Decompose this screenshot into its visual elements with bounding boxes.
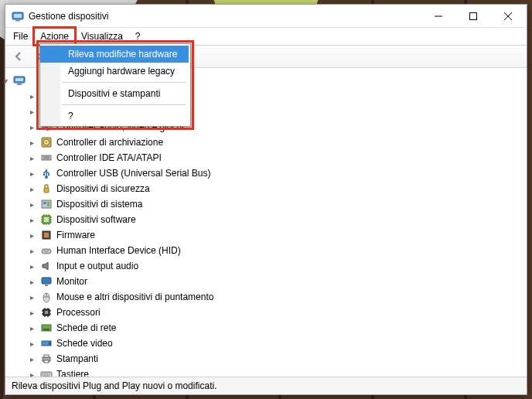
menu-separator [62, 104, 186, 105]
keyboard-icon [40, 368, 53, 377]
expand-icon[interactable]: ▸ [27, 92, 36, 101]
menu-add-legacy-hardware[interactable]: Aggiungi hardware legacy [40, 63, 189, 80]
cpu-icon [40, 306, 53, 319]
window-title: Gestione dispositivi [29, 11, 108, 22]
device-category-label: Human Interface Device (HID) [56, 245, 181, 256]
menu-scan-hardware[interactable]: Rileva modifiche hardware [40, 46, 189, 63]
device-category[interactable]: ▸Firmware [9, 227, 523, 243]
device-category-label: Controller IDE ATA/ATAPI [56, 152, 162, 163]
expand-icon[interactable]: ▸ [27, 107, 36, 116]
status-text: Rileva dispositivi Plug and Play nuovi o… [12, 380, 217, 391]
device-category[interactable]: ▸Controller IDE ATA/ATAPI [9, 150, 523, 165]
expand-icon[interactable]: ▸ [27, 154, 36, 162]
device-category-label: Dispositivi software [56, 214, 136, 225]
security-icon [40, 182, 53, 195]
device-category[interactable]: ▸Dispositivi software [9, 212, 523, 227]
menu-separator [62, 82, 186, 83]
device-category[interactable]: ▸Schede di rete [9, 320, 523, 336]
chip-icon [40, 213, 53, 226]
minimize-button[interactable] [421, 5, 455, 27]
device-category[interactable]: ▸Controller di archiviazione [9, 135, 523, 150]
maximize-button[interactable] [455, 5, 490, 27]
mouse-icon [40, 291, 53, 303]
svg-rect-5 [15, 78, 23, 81]
device-category[interactable]: ▸Tastiere [9, 367, 523, 377]
computer-icon [13, 74, 26, 87]
menu-file[interactable]: File [7, 28, 34, 45]
hid-icon [40, 244, 53, 257]
back-button[interactable] [10, 48, 27, 65]
device-category-label: Schede video [56, 338, 113, 349]
device-category-label: Firmware [56, 230, 95, 240]
device-category[interactable]: ▸Input e output audio [9, 258, 523, 274]
audio-icon [40, 260, 53, 272]
menu-help-item[interactable]: ? [40, 107, 189, 124]
expand-icon[interactable]: ▸ [27, 339, 36, 348]
device-category[interactable]: ▸Controller USB (Universal Serial Bus) [9, 165, 523, 181]
monitor-icon [40, 275, 53, 288]
expand-icon[interactable]: ▸ [27, 169, 36, 178]
menu-devices-and-printers[interactable]: Dispositivi e stampanti [40, 85, 189, 102]
statusbar: Rileva dispositivi Plug and Play nuovi o… [5, 377, 527, 394]
menu-view[interactable]: Visualizza [75, 28, 129, 45]
device-category[interactable]: ▸Monitor [9, 274, 523, 289]
device-category[interactable]: ▸Human Interface Device (HID) [9, 243, 523, 258]
expand-icon[interactable]: ▸ [27, 138, 36, 147]
net-icon [40, 322, 53, 334]
ide-icon [40, 152, 53, 164]
device-category-label: Processori [56, 307, 101, 318]
titlebar: Gestione dispositivi [5, 5, 527, 28]
expand-icon[interactable]: ▸ [27, 278, 36, 286]
device-category-label: Controller di archiviazione [56, 137, 163, 148]
device-category-label: Stampanti [56, 353, 98, 364]
device-manager-window: Gestione dispositivi File Azione Visuali… [5, 4, 527, 395]
device-category-label: Input e output audio [56, 261, 138, 271]
device-category[interactable]: ▸Dispositivi di sicurezza [9, 181, 523, 196]
expand-icon[interactable]: ▸ [27, 324, 36, 332]
device-category[interactable]: ▸Schede video [9, 336, 523, 351]
system-icon [40, 198, 53, 210]
storage-icon [40, 136, 53, 148]
expand-icon[interactable]: ▸ [27, 309, 36, 317]
device-category-label: Dispositivi di sicurezza [56, 183, 150, 194]
expand-icon[interactable]: ▸ [27, 370, 36, 377]
menu-help[interactable]: ? [129, 28, 147, 45]
close-button[interactable] [490, 5, 525, 27]
expand-icon[interactable]: ▸ [27, 355, 36, 363]
svg-rect-1 [14, 14, 22, 18]
printer-icon [40, 353, 53, 365]
svg-rect-2 [15, 19, 20, 21]
firmware-icon [40, 229, 53, 241]
app-icon [12, 10, 24, 22]
expand-icon[interactable]: ▸ [27, 185, 36, 193]
svg-rect-3 [469, 12, 476, 19]
expand-icon[interactable]: ▸ [27, 293, 36, 302]
collapse-icon[interactable]: ▾ [5, 77, 10, 85]
device-category[interactable]: ▸Processori [9, 305, 523, 320]
usb-icon [40, 167, 53, 179]
device-category-label: Monitor [56, 276, 87, 287]
expand-icon[interactable]: ▸ [27, 247, 36, 255]
device-category-label: Tastiere [56, 369, 89, 377]
expand-icon[interactable]: ▸ [27, 231, 36, 240]
expand-icon[interactable]: ▸ [27, 216, 36, 224]
device-category-label: Controller USB (Universal Serial Bus) [56, 168, 210, 179]
svg-rect-6 [17, 84, 22, 85]
expand-icon[interactable]: ▸ [27, 200, 36, 209]
expand-icon[interactable]: ▸ [27, 262, 36, 271]
device-category[interactable]: ▸Mouse e altri dispositivi di puntamento [9, 289, 523, 305]
video-icon [40, 337, 53, 350]
device-category-label: Mouse e altri dispositivi di puntamento [56, 292, 213, 302]
menu-action[interactable]: Azione [34, 28, 75, 45]
device-category-label: Schede di rete [56, 322, 116, 333]
device-category[interactable]: ▸Stampanti [9, 351, 523, 367]
action-menu-dropdown: Rileva modifiche hardware Aggiungi hardw… [39, 43, 191, 127]
device-category-label: Dispositivi di sistema [56, 199, 142, 210]
expand-icon[interactable]: ▸ [27, 123, 36, 131]
device-category[interactable]: ▸Dispositivi di sistema [9, 196, 523, 212]
